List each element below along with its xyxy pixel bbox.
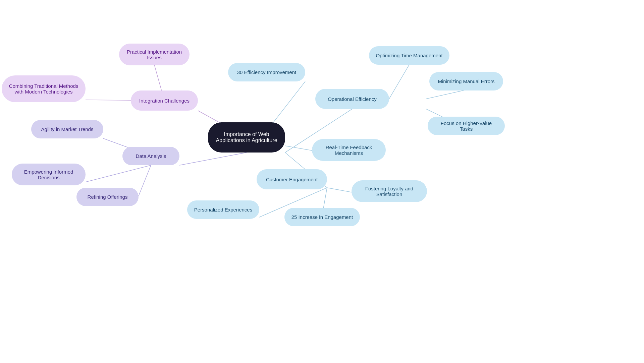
data-analysis-node[interactable]: Data Analysis: [122, 147, 179, 165]
svg-line-2: [426, 90, 466, 99]
personalized-exp-node[interactable]: Personalized Experiences: [187, 200, 259, 219]
fostering-loyalty-node[interactable]: Fostering Loyalty and Satisfaction: [352, 180, 427, 202]
real-time-feedback-node[interactable]: Real-Time Feedback Mechanisms: [312, 139, 386, 161]
practical-issues-node[interactable]: Practical Implementation Issues: [119, 44, 190, 65]
engagement-increase-node[interactable]: 25 Increase in Engagement: [284, 208, 360, 226]
refining-offerings-node[interactable]: Refining Offerings: [76, 188, 139, 206]
combining-traditional-node[interactable]: Combining Traditional Methods with Moder…: [2, 75, 86, 102]
optimizing-time-node[interactable]: Optimizing Time Management: [369, 46, 449, 65]
svg-line-1: [389, 65, 409, 99]
focus-tasks-node[interactable]: Focus on Higher-Value Tasks: [428, 117, 505, 135]
customer-engagement-node[interactable]: Customer Engagement: [257, 169, 327, 189]
empowering-node[interactable]: Empowering Informed Decisions: [12, 164, 86, 185]
integration-challenges-node[interactable]: Integration Challenges: [131, 90, 198, 111]
svg-line-15: [86, 165, 151, 182]
svg-line-13: [179, 153, 247, 165]
efficiency-improvement-node[interactable]: 30 Efficiency Improvement: [228, 63, 305, 81]
agility-market-node[interactable]: Agility in Market Trends: [31, 120, 103, 138]
center-node[interactable]: Importance of Web Applications in Agricu…: [208, 122, 285, 153]
minimizing-errors-node[interactable]: Minimizing Manual Errors: [429, 72, 503, 90]
svg-line-16: [139, 165, 151, 196]
operational-efficiency-node[interactable]: Operational Efficiency: [315, 89, 389, 109]
